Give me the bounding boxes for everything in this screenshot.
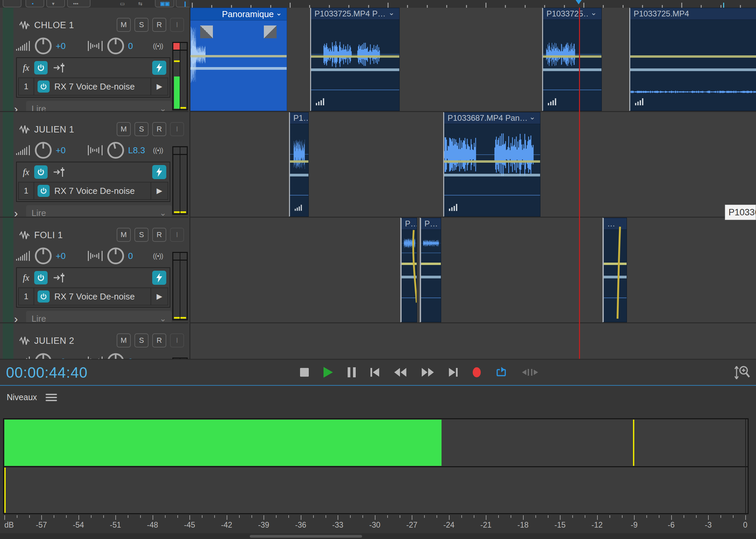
pan-envelope[interactable] <box>444 174 540 176</box>
automation-curve[interactable] <box>604 218 627 322</box>
input-monitor-button[interactable]: I <box>170 18 184 32</box>
pan-knob[interactable] <box>107 248 124 264</box>
solo-button[interactable]: S <box>134 122 149 136</box>
clip-p1033725-2[interactable]: P1033725… ⌄ <box>542 8 602 111</box>
monitor-input-icon[interactable]: ((•)) <box>153 42 163 50</box>
fx-slot[interactable]: 1 RX 7 Voice De-noise ▶ <box>18 77 168 96</box>
chevron-down-icon[interactable]: ⌄ <box>389 8 395 17</box>
lane-julien-2[interactable] <box>189 323 756 359</box>
pan-knob[interactable] <box>107 353 124 359</box>
track-name[interactable]: JULIEN 1 <box>34 124 74 135</box>
automation-mode-dropdown[interactable]: Lire ⌄ <box>26 101 172 112</box>
track-name[interactable]: JULIEN 2 <box>34 336 74 346</box>
monitor-icon[interactable]: ▭ <box>120 1 125 7</box>
fx-slot-expand-icon[interactable]: ▶ <box>151 182 162 199</box>
pause-button[interactable] <box>348 367 356 377</box>
fast-forward-button[interactable] <box>421 368 434 377</box>
automation-mode-dropdown[interactable]: Lire ⌄ <box>26 205 172 218</box>
freeze-bolt-button[interactable] <box>152 61 166 75</box>
routing-icon[interactable] <box>53 272 66 283</box>
volume-value[interactable]: +0 <box>56 145 79 156</box>
clip-p1033725-1[interactable]: P1033725.MP4 P… ⌄ <box>310 8 400 111</box>
playhead-marker-icon[interactable] <box>576 0 582 4</box>
automation-mode-dropdown[interactable]: Lire ⌄ <box>26 311 172 323</box>
chevron-down-icon[interactable]: ⌄ <box>591 8 597 17</box>
record-arm-button[interactable]: R <box>152 122 166 136</box>
clip-indicator-left[interactable] <box>173 43 180 51</box>
chevron-down-icon[interactable]: ⌄ <box>529 113 535 121</box>
record-arm-button[interactable]: R <box>152 333 166 347</box>
clip-gain-icon[interactable] <box>548 98 557 105</box>
fx-slot-expand-icon[interactable]: ▶ <box>151 288 162 305</box>
fx-slot[interactable]: 1 RX 7 Voice De-noise ▶ <box>18 287 168 306</box>
clip-p1033725-3[interactable]: P1033725.MP4 <box>629 8 756 111</box>
clip-header[interactable]: Panoramique ⌄ <box>190 8 287 20</box>
clip-foli-3[interactable]: … <box>602 218 627 322</box>
record-button[interactable] <box>472 367 481 378</box>
mute-button[interactable]: M <box>117 333 131 347</box>
monitor-input-icon[interactable]: ((•)) <box>153 252 163 260</box>
fade-out-handle[interactable] <box>264 25 277 38</box>
panel-menu-icon[interactable] <box>46 394 57 401</box>
clip-foli-2[interactable]: P… <box>420 218 441 322</box>
fx-power-button[interactable] <box>34 271 48 284</box>
fx-slot-expand-icon[interactable]: ▶ <box>151 78 162 95</box>
routing-icon[interactable] <box>53 62 66 73</box>
pan-envelope[interactable] <box>543 68 601 71</box>
go-to-start-button[interactable] <box>370 368 379 377</box>
input-monitor-button[interactable]: I <box>170 122 184 136</box>
arrows-icon[interactable]: ⇆ <box>138 1 142 7</box>
monitor-input-icon[interactable]: ((•)) <box>153 146 163 154</box>
volume-envelope[interactable] <box>311 55 399 58</box>
clip-indicator-right[interactable] <box>180 43 187 51</box>
pan-value[interactable]: L8.3 <box>128 145 147 156</box>
volume-knob[interactable] <box>35 142 52 159</box>
fx-plugin-name[interactable]: RX 7 Voice De-noise <box>54 82 151 92</box>
automation-curve[interactable] <box>402 218 417 322</box>
lane-foli-1[interactable] <box>189 218 756 323</box>
chevron-down-icon[interactable]: ⌄ <box>276 9 282 17</box>
clip-header[interactable]: P… <box>421 218 441 230</box>
volume-knob[interactable] <box>35 38 52 54</box>
volume-knob[interactable] <box>35 248 52 264</box>
fx-plugin-name[interactable]: RX 7 Voice De-noise <box>54 186 151 196</box>
pan-envelope[interactable] <box>630 68 756 71</box>
play-button[interactable] <box>324 367 333 378</box>
record-arm-button[interactable]: R <box>152 228 166 242</box>
fx-slot-power-button[interactable] <box>38 80 50 93</box>
toolbar-button[interactable] <box>67 0 91 7</box>
pan-knob[interactable] <box>107 142 124 159</box>
fx-plugin-name[interactable]: RX 7 Voice De-noise <box>54 291 151 302</box>
timeline-ruler[interactable] <box>189 0 756 8</box>
record-arm-button[interactable]: R <box>152 18 166 32</box>
volume-envelope[interactable] <box>543 55 601 58</box>
track-name[interactable]: CHLOE 1 <box>34 20 74 31</box>
rewind-button[interactable] <box>394 368 407 377</box>
stop-button[interactable] <box>300 368 309 377</box>
volume-envelope[interactable] <box>444 160 540 163</box>
solo-button[interactable]: S <box>134 18 149 32</box>
clip-panoramique[interactable]: Panoramique ⌄ <box>190 8 287 111</box>
freeze-bolt-button[interactable] <box>152 271 166 285</box>
toolbar-button[interactable] <box>46 0 65 7</box>
timecode-display[interactable]: 00:00:44:40 <box>6 364 88 381</box>
volume-envelope[interactable] <box>190 55 287 57</box>
clip-header[interactable]: P1… <box>290 112 308 124</box>
loop-playback-button[interactable] <box>496 367 507 378</box>
clip-gain-icon[interactable] <box>635 98 644 105</box>
playhead-line[interactable] <box>579 8 580 359</box>
pan-value[interactable]: 0 <box>128 41 147 51</box>
pan-envelope[interactable] <box>290 174 308 176</box>
solo-button[interactable]: S <box>134 333 149 347</box>
volume-envelope[interactable] <box>421 263 441 265</box>
clip-indicator-right[interactable] <box>180 253 187 261</box>
clip-header[interactable]: P1033687.MP4 Pan… ⌄ <box>444 112 540 124</box>
clip-header[interactable]: P1033725.MP4 <box>630 8 756 20</box>
fx-slot-power-button[interactable] <box>38 290 50 303</box>
freeze-bolt-button[interactable] <box>152 165 166 179</box>
fx-power-button[interactable] <box>34 61 48 74</box>
expander-icon[interactable]: › <box>14 206 26 218</box>
mute-button[interactable]: M <box>117 228 131 242</box>
mute-button[interactable]: M <box>117 18 131 32</box>
mute-button[interactable]: M <box>117 122 131 136</box>
